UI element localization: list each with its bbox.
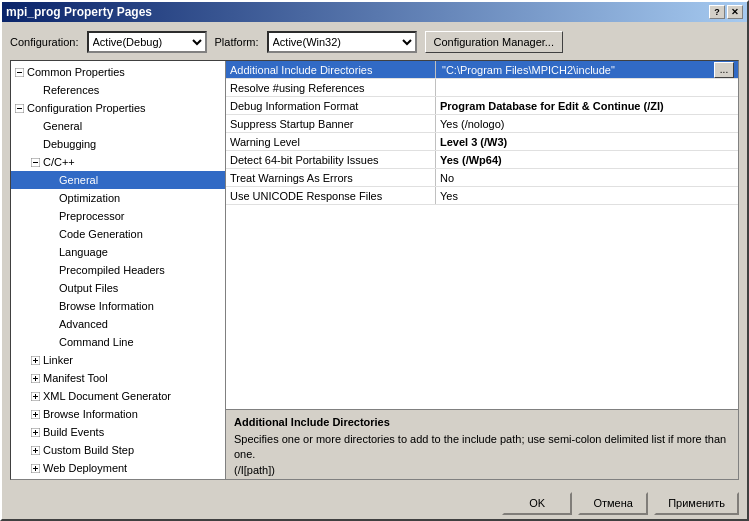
tree-item-general[interactable]: General [11,117,225,135]
expand-icon [43,335,59,349]
tree-item-label: Configuration Properties [27,102,146,114]
tree-item-label: Output Files [59,282,118,294]
prop-row[interactable]: Detect 64-bit Portability IssuesYes (/Wp… [226,151,738,169]
expand-icon [43,191,59,205]
title-bar: mpi_prog Property Pages ? ✕ [2,2,747,22]
tree-item-cpp-general[interactable]: General [11,171,225,189]
tree-item-cpp-browse[interactable]: Browse Information [11,297,225,315]
prop-name: Additional Include Directories [226,61,436,78]
prop-value [436,79,738,96]
prop-name: Suppress Startup Banner [226,115,436,132]
platform-dropdown[interactable]: Active(Win32) [267,31,417,53]
window-title: mpi_prog Property Pages [6,5,152,19]
tree-item-label: Preprocessor [59,210,124,222]
prop-row[interactable]: Treat Warnings As ErrorsNo [226,169,738,187]
expand-icon [27,83,43,97]
prop-value: Yes [436,187,738,204]
expand-icon [43,227,59,241]
config-label: Configuration: [10,36,79,48]
expand-icon [43,245,59,259]
prop-value: No [436,169,738,186]
tree-item-label: Linker [43,354,73,366]
expand-icon [27,425,43,439]
prop-row[interactable]: Debug Information FormatProgram Database… [226,97,738,115]
expand-icon [27,137,43,151]
browse-button[interactable]: ... [714,62,734,78]
prop-name: Use UNICODE Response Files [226,187,436,204]
expand-icon [27,119,43,133]
tree-item-label: Debugging [43,138,96,150]
prop-name: Detect 64-bit Portability Issues [226,151,436,168]
config-dropdown-wrapper: Active(Debug) [87,31,207,53]
tree-item-common-props[interactable]: Common Properties [11,63,225,81]
tree-item-browse-info[interactable]: Browse Information [11,405,225,423]
tree-panel: Common PropertiesReferencesConfiguration… [11,61,226,479]
help-button[interactable]: ? [709,5,725,19]
tree-item-label: Optimization [59,192,120,204]
apply-button[interactable]: Применить [654,492,739,515]
tree-item-linker[interactable]: Linker [11,351,225,369]
properties-grid: Additional Include Directories"C:\Progra… [226,61,738,409]
tree-item-web-deploy[interactable]: Web Deployment [11,459,225,477]
tree-item-cpp-cmdline[interactable]: Command Line [11,333,225,351]
tree-item-debugging[interactable]: Debugging [11,135,225,153]
platform-label: Platform: [215,36,259,48]
expand-icon [43,317,59,331]
tree-item-cpp-optimization[interactable]: Optimization [11,189,225,207]
tree-item-label: References [43,84,99,96]
prop-row[interactable]: Use UNICODE Response FilesYes [226,187,738,205]
tree-item-custom-build[interactable]: Custom Build Step [11,441,225,459]
tree-item-xml-doc[interactable]: XML Document Generator [11,387,225,405]
tree-item-label: Code Generation [59,228,143,240]
prop-name: Treat Warnings As Errors [226,169,436,186]
platform-dropdown-wrapper: Active(Win32) [267,31,417,53]
expand-icon [43,263,59,277]
tree-item-label: XML Document Generator [43,390,171,402]
tree-item-manifest[interactable]: Manifest Tool [11,369,225,387]
tree-item-cpp-precompiled[interactable]: Precompiled Headers [11,261,225,279]
prop-row[interactable]: Additional Include Directories"C:\Progra… [226,61,738,79]
prop-value[interactable]: "C:\Program Files\MPICH2\include"... [436,61,738,78]
tree-item-label: General [59,174,98,186]
prop-value: Program Database for Edit & Continue (/Z… [436,97,738,114]
prop-value: Level 3 (/W3) [436,133,738,150]
description-panel: Additional Include Directories Specifies… [226,409,738,479]
expand-icon [11,101,27,115]
content-area: Configuration: Active(Debug) Platform: A… [2,22,747,521]
tree-item-build-events[interactable]: Build Events [11,423,225,441]
tree-item-cpp-preprocessor[interactable]: Preprocessor [11,207,225,225]
bottom-bar: OK Отмена Применить [10,486,739,516]
tree-item-cpp-language[interactable]: Language [11,243,225,261]
tree-item-config-props[interactable]: Configuration Properties [11,99,225,117]
prop-value-input-wrapper: "C:\Program Files\MPICH2\include"... [440,62,734,78]
prop-value: Yes (/nologo) [436,115,738,132]
ok-button[interactable]: OK [502,492,572,515]
prop-row[interactable]: Resolve #using References [226,79,738,97]
prop-row[interactable]: Warning LevelLevel 3 (/W3) [226,133,738,151]
tree-item-label: Browse Information [59,300,154,312]
close-button[interactable]: ✕ [727,5,743,19]
top-bar: Configuration: Active(Debug) Platform: A… [10,30,739,54]
config-manager-button[interactable]: Configuration Manager... [425,31,563,53]
tree-item-label: Browse Information [43,408,138,420]
tree-item-label: Language [59,246,108,258]
tree-item-cpp-advanced[interactable]: Advanced [11,315,225,333]
prop-value: Yes (/Wp64) [436,151,738,168]
expand-icon [27,407,43,421]
tree-item-cpp-codegen[interactable]: Code Generation [11,225,225,243]
expand-icon [27,371,43,385]
tree-item-label: Custom Build Step [43,444,134,456]
description-text: Specifies one or more directories to add… [234,432,730,478]
tree-item-label: Manifest Tool [43,372,108,384]
cancel-button[interactable]: Отмена [578,492,648,515]
tree-item-label: General [43,120,82,132]
title-bar-buttons: ? ✕ [709,5,743,19]
tree-item-cpp-output[interactable]: Output Files [11,279,225,297]
tree-item-references[interactable]: References [11,81,225,99]
config-dropdown[interactable]: Active(Debug) [87,31,207,53]
tree-item-cpp[interactable]: C/C++ [11,153,225,171]
prop-row[interactable]: Suppress Startup BannerYes (/nologo) [226,115,738,133]
expand-icon [27,443,43,457]
prop-value-text: "C:\Program Files\MPICH2\include" [440,63,712,77]
tree-item-label: Advanced [59,318,108,330]
